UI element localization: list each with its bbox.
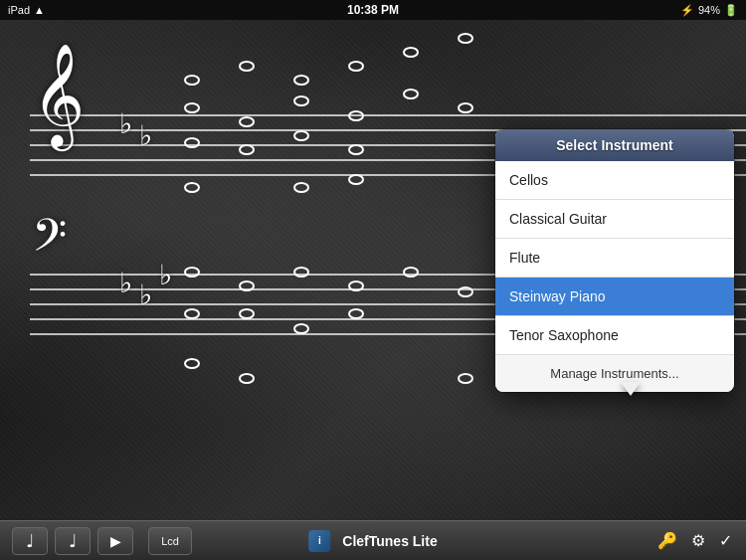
play-button[interactable]: ▶: [97, 527, 133, 555]
staff-line: [30, 114, 746, 116]
whole-note: [184, 182, 200, 193]
whole-note: [403, 47, 419, 58]
app-bar: ♩ ♩ ▶ Lcd i ClefTunes Lite 🔑 ⚙ ✓: [0, 520, 746, 560]
flat-sign: ♭: [119, 267, 132, 299]
popup-header: Select Instrument: [495, 129, 734, 161]
instrument-item-cellos[interactable]: Cellos: [495, 161, 734, 200]
instrument-popup: Select Instrument Cellos Classical Guita…: [495, 129, 734, 392]
flat-sign: ♭: [139, 279, 152, 311]
note-button-1[interactable]: ♩: [12, 527, 48, 555]
whole-note: [293, 130, 309, 141]
bluetooth-icon: ⚡: [680, 4, 694, 17]
status-right: ⚡ 94% 🔋: [680, 4, 738, 17]
battery-icon: 🔋: [724, 4, 738, 17]
whole-note: [184, 358, 200, 369]
whole-note: [239, 116, 255, 127]
app-icon: i: [308, 530, 330, 552]
toolbar-right-icons: 🔑 ⚙ ✓: [657, 531, 732, 550]
manage-instruments-button[interactable]: Manage Instruments...: [495, 355, 734, 392]
popup-arrow: [621, 382, 641, 396]
instrument-item-classical-guitar[interactable]: Classical Guitar: [495, 200, 734, 239]
whole-note: [184, 137, 200, 148]
whole-note: [239, 373, 255, 384]
whole-note: [184, 75, 200, 86]
whole-note: [458, 286, 473, 297]
whole-note: [293, 323, 309, 334]
whole-note: [184, 267, 200, 278]
toolbar-buttons: ♩ ♩ ▶ Lcd: [12, 527, 196, 555]
whole-note: [348, 110, 364, 121]
whole-note: [293, 267, 309, 278]
whole-note: [239, 280, 255, 291]
whole-note: [239, 308, 255, 319]
whole-note: [293, 95, 309, 106]
tune-icon[interactable]: ⚙: [691, 531, 705, 550]
whole-note: [239, 61, 255, 72]
whole-note: [403, 89, 419, 99]
instrument-item-flute[interactable]: Flute: [495, 239, 734, 278]
flat-sign: ♭: [159, 259, 172, 291]
whole-note: [458, 102, 473, 113]
app-info: i ClefTunes Lite: [308, 530, 437, 552]
whole-note: [403, 267, 419, 278]
status-time: 10:38 PM: [347, 3, 399, 17]
app-name-label: ClefTunes Lite: [342, 533, 437, 549]
flat-sign: ♭: [119, 107, 132, 140]
flat-sign: ♭: [139, 119, 152, 152]
whole-note: [348, 280, 364, 291]
check-icon[interactable]: ✓: [719, 531, 732, 550]
whole-note: [293, 182, 309, 193]
wifi-icon: ▲: [34, 4, 45, 16]
bass-clef-symbol: 𝄢: [32, 214, 67, 269]
whole-note: [348, 308, 364, 319]
instrument-item-steinway-piano[interactable]: Steinway Piano: [495, 278, 734, 316]
lcd-button[interactable]: Lcd: [148, 527, 192, 555]
whole-note: [239, 144, 255, 155]
treble-clef-symbol: 𝄞: [32, 50, 85, 139]
app-icon-label: i: [318, 535, 321, 546]
whole-note: [348, 61, 364, 72]
whole-note: [458, 33, 473, 44]
status-left: iPad ▲: [8, 4, 45, 16]
ipad-label: iPad: [8, 4, 30, 16]
key-icon[interactable]: 🔑: [657, 531, 677, 550]
battery-label: 94%: [698, 4, 720, 16]
whole-note: [184, 102, 200, 113]
whole-note: [293, 75, 309, 86]
whole-note: [458, 373, 473, 384]
whole-note: [184, 308, 200, 319]
status-bar: iPad ▲ 10:38 PM ⚡ 94% 🔋: [0, 0, 746, 20]
note-button-2[interactable]: ♩: [55, 527, 91, 555]
instrument-item-tenor-saxophone[interactable]: Tenor Saxophone: [495, 316, 734, 355]
whole-note: [348, 144, 364, 155]
whole-note: [348, 174, 364, 185]
